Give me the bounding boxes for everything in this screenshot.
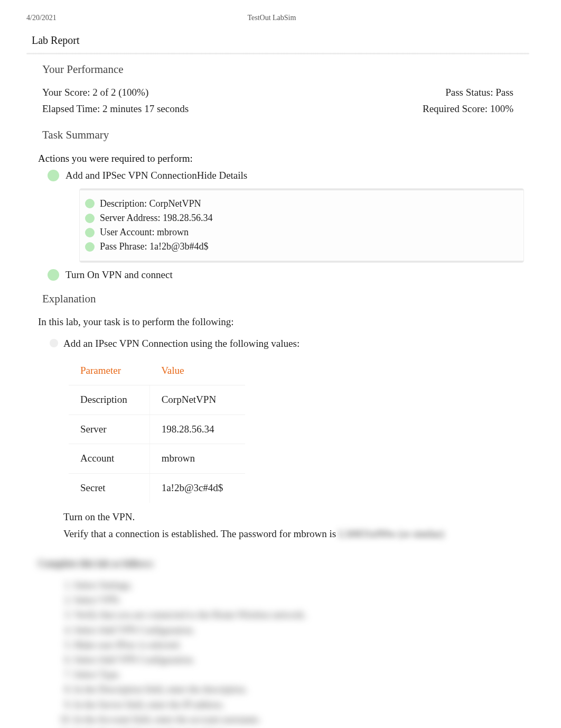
page-meta-header: 4/20/2021 TestOut LabSim bbox=[26, 11, 529, 25]
check-icon bbox=[48, 269, 59, 281]
parameter-table: Parameter Value Description CorpNetVPN S… bbox=[69, 356, 245, 503]
check-icon bbox=[85, 228, 95, 237]
list-item: Select Add VPN Configuration. bbox=[74, 653, 529, 667]
actions-subheading: Actions you were required to perform: bbox=[38, 152, 529, 166]
explanation-item: Add an IPsec VPN Connection using the fo… bbox=[50, 337, 513, 351]
detail-passphrase: Pass Phrase: 1a!2b@3b#4d$ bbox=[100, 240, 209, 253]
explanation-text: Add an IPsec VPN Connection using the fo… bbox=[63, 337, 300, 351]
performance-block: Your Score: 2 of 2 (100%) Pass Status: P… bbox=[42, 86, 513, 116]
cell-value: CorpNetVPN bbox=[149, 385, 245, 415]
detail-row: User Account: mbrown bbox=[85, 226, 515, 239]
action-item-2: Turn On VPN and connect bbox=[48, 268, 529, 282]
action-details-box: Description: CorpNetVPN Server Address: … bbox=[79, 188, 524, 263]
action-label: Turn On VPN and connect bbox=[66, 268, 173, 282]
app-title: TestOut LabSim bbox=[57, 13, 529, 23]
list-item: In the Description field, enter the desc… bbox=[74, 683, 529, 696]
explanation-intro: In this lab, your task is to perform the… bbox=[38, 315, 513, 329]
table-row: Account mbrown bbox=[69, 444, 245, 474]
blurred-password: L3tM31nN0w (or similar) bbox=[339, 527, 444, 541]
cell-value: 1a!2b@3c#4d$ bbox=[149, 474, 245, 503]
pass-status: Pass Status: Pass bbox=[445, 86, 513, 100]
list-item: Make sure IPsec is selected. bbox=[74, 639, 529, 652]
detail-row: Server Address: 198.28.56.34 bbox=[85, 211, 515, 225]
list-item: Select Type. bbox=[74, 668, 529, 681]
cell-param: Account bbox=[69, 444, 149, 474]
check-icon bbox=[85, 199, 95, 208]
table-row: Description CorpNetVPN bbox=[69, 385, 245, 415]
list-item: Select Add VPN Configuration. bbox=[74, 624, 529, 637]
blurred-steps-section: Complete this lab as follows: Select Set… bbox=[26, 557, 529, 728]
bullet-icon bbox=[50, 339, 58, 347]
list-item: In the Server field, enter the IP addres… bbox=[74, 698, 529, 712]
elapsed-time: Elapsed Time: 2 minutes 17 seconds bbox=[42, 102, 189, 116]
detail-server: Server Address: 198.28.56.34 bbox=[100, 211, 212, 225]
table-header-value: Value bbox=[149, 356, 245, 385]
list-item: In the Account field, enter the account … bbox=[74, 713, 529, 726]
check-icon bbox=[85, 214, 95, 223]
detail-row: Pass Phrase: 1a!2b@3b#4d$ bbox=[85, 240, 515, 253]
followup-line-1: Turn on the VPN. bbox=[63, 510, 513, 524]
table-row: Server 198.28.56.34 bbox=[69, 414, 245, 444]
followup-text: Verify that a connection is established.… bbox=[63, 528, 336, 539]
table-row: Secret 1a!2b@3c#4d$ bbox=[69, 474, 245, 503]
list-item: Select Settings. bbox=[74, 579, 529, 592]
page-date: 4/20/2021 bbox=[26, 13, 57, 23]
cell-value: 198.28.56.34 bbox=[149, 414, 245, 444]
action-item-1: Add and IPSec VPN Connection Hide Detail… bbox=[48, 169, 529, 183]
hide-details-link[interactable]: Hide Details bbox=[197, 169, 248, 183]
score-label: Your Score: 2 of 2 (100%) bbox=[42, 86, 148, 100]
list-item: Select VPN. bbox=[74, 594, 529, 607]
cell-value: mbrown bbox=[149, 444, 245, 474]
cell-param: Description bbox=[69, 385, 149, 415]
list-item: Verify that you are connected to the Hom… bbox=[74, 609, 529, 622]
performance-section-title: Your Performance bbox=[42, 62, 529, 77]
blurred-heading: Complete this lab as follows: bbox=[38, 557, 529, 570]
cell-param: Secret bbox=[69, 474, 149, 503]
required-score: Required Score: 100% bbox=[423, 102, 513, 116]
check-icon bbox=[85, 242, 95, 252]
blurred-steps-list: Select Settings. Select VPN. Verify that… bbox=[74, 579, 529, 728]
task-summary-title: Task Summary bbox=[42, 127, 529, 143]
explanation-title: Explanation bbox=[42, 291, 529, 307]
cell-param: Server bbox=[69, 414, 149, 444]
table-header-parameter: Parameter bbox=[69, 356, 149, 385]
detail-row: Description: CorpNetVPN bbox=[85, 197, 515, 210]
check-icon bbox=[48, 170, 59, 181]
followup-line-2: Verify that a connection is established.… bbox=[63, 527, 513, 541]
detail-account: User Account: mbrown bbox=[100, 226, 189, 239]
divider bbox=[26, 53, 529, 54]
detail-description: Description: CorpNetVPN bbox=[100, 197, 201, 210]
action-label: Add and IPSec VPN Connection bbox=[66, 169, 197, 183]
report-title: Lab Report bbox=[32, 33, 529, 48]
